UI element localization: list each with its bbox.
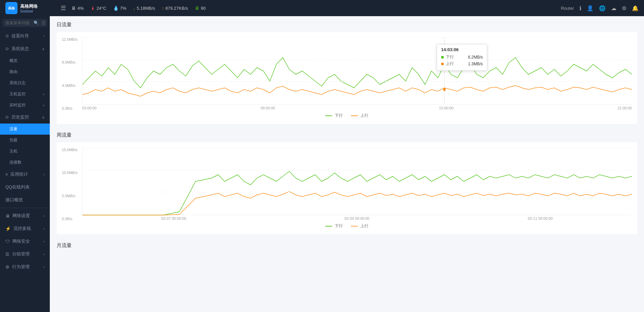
behavior-mgmt-chevron: › <box>43 265 44 269</box>
info-icon[interactable]: ℹ <box>579 5 581 11</box>
host-monitor-chevron: › <box>43 92 44 97</box>
router-label: Router <box>561 6 574 11</box>
tooltip-down-row: 下行 6.2MB/s <box>441 54 483 60</box>
humidity-icon: 💧 <box>113 5 119 11</box>
daily-chart-legend: 下行 上行 <box>62 113 632 118</box>
sidebar-item-network-security[interactable]: 🛡 网络安全 › <box>0 235 50 248</box>
sidebar-item-overview[interactable]: 概览 <box>0 55 50 66</box>
load-label: 负载 <box>9 137 17 143</box>
grid-line-mid2 <box>82 81 632 82</box>
weekly-y-label-2: 5.0MB/s <box>62 194 77 198</box>
sidebar-search-container[interactable]: 🔍 ☰ <box>3 19 47 27</box>
sidebar-item-behavior-mgmt[interactable]: ⚙ 行为管理 › <box>0 261 50 273</box>
setup-wizard-icon: ⊙ <box>5 34 9 38</box>
daily-x-label-2: 15:00:00 <box>439 106 454 110</box>
group-mgmt-icon: ☰ <box>5 252 9 257</box>
globe-icon[interactable]: 🌐 <box>599 5 606 11</box>
logo-area: 高格 高格网络 Gocloud <box>5 2 55 14</box>
sidebar-item-app-stats[interactable]: ≡ 应用统计 › <box>0 168 50 181</box>
weekly-chart-area <box>82 148 632 215</box>
sidebar-item-setup-wizard[interactable]: ⊙ 设置向导 › <box>0 30 50 42</box>
search-icon[interactable]: 🔍 <box>34 21 39 25</box>
daily-traffic-chart: 12.0MB/s 8.0MB/s 4.0MB/s 0.0B/s <box>57 32 637 124</box>
behavior-mgmt-icon: ⚙ <box>5 265 9 270</box>
header-stats: 🖥 4% 🌡 24°C 💧 7% ↓ 5.18MB/s ↑ 879.27KB/s… <box>71 5 556 11</box>
app-stats-icon: ≡ <box>5 172 8 177</box>
daily-y-label-1: 8.0MB/s <box>62 60 77 64</box>
history-monitor-label: 历史监控 <box>11 114 29 120</box>
menu-expand-icon[interactable]: ☰ <box>41 20 46 26</box>
daily-traffic-section: 日流量 12.0MB/s 8.0MB/s 4.0MB/s 0.0B/s <box>57 22 637 124</box>
sidebar-divider-1 <box>0 208 50 208</box>
cloud-icon[interactable]: ☁ <box>611 5 616 11</box>
main-layout: 🔍 ☰ ⊙ 设置向导 › ⊙ 系统状态 ∧ 概览 路由 系统日志 主机监控 › … <box>0 16 644 312</box>
connections-icon: 🖥 <box>195 5 200 11</box>
router-label-nav: 路由 <box>9 69 17 75</box>
legend-up-line <box>351 115 358 116</box>
tooltip-up-label: 上行 <box>446 61 466 67</box>
logo-text-area: 高格网络 Gocloud <box>20 3 38 13</box>
daily-x-label-0: 03:00:00 <box>82 106 97 110</box>
bell-icon[interactable]: 🔔 <box>632 5 639 11</box>
sidebar-item-connections[interactable]: 连接数 <box>0 157 50 168</box>
cpu-stat: 🖥 4% <box>71 5 84 11</box>
weekly-legend-up-line <box>351 226 358 227</box>
daily-x-label-1: 09:00:00 <box>260 106 275 110</box>
weekly-x-label-2: 02-11 00:00:00 <box>528 216 553 220</box>
sidebar-item-interface-overview[interactable]: 接口概览 <box>0 194 50 206</box>
network-security-icon: 🛡 <box>5 239 10 244</box>
group-mgmt-label: 分组管理 <box>12 251 30 257</box>
host-monitor-label: 主机监控 <box>9 91 26 97</box>
traffic-control-icon: ⚡ <box>5 226 11 231</box>
sidebar-item-network-settings[interactable]: 🖥 网络设置 › <box>0 209 50 222</box>
legend-down-line <box>325 115 332 116</box>
sidebar-item-traffic-control[interactable]: ⚡ 流控多线 › <box>0 222 50 235</box>
weekly-legend-up: 上行 <box>351 223 368 229</box>
network-security-chevron: › <box>43 240 44 243</box>
weekly-y-label-3: 0.0B/s <box>62 217 77 221</box>
traffic-control-chevron: › <box>43 227 44 231</box>
weekly-y-label-1: 10.0MB/s <box>62 171 77 175</box>
settings-icon[interactable]: ⚙ <box>622 5 627 11</box>
user-icon[interactable]: 👤 <box>587 5 594 11</box>
app-stats-label: 应用统计 <box>10 171 28 177</box>
sidebar-item-group-mgmt[interactable]: ☰ 分组管理 › <box>0 248 50 261</box>
connections-stat: 🖥 90 <box>195 5 206 11</box>
group-mgmt-chevron: › <box>43 252 44 256</box>
cpu-value: 4% <box>77 6 84 11</box>
upload-stat: ↑ 879.27KB/s <box>162 6 188 11</box>
sidebar-item-host[interactable]: 主机 <box>0 146 50 157</box>
connections-label: 连接数 <box>9 160 22 165</box>
sidebar-item-system-status[interactable]: ⊙ 系统状态 ∧ <box>0 42 50 55</box>
daily-traffic-title: 日流量 <box>57 22 637 28</box>
realtime-monitor-label: 实时监控 <box>9 102 26 108</box>
temp-icon: 🌡 <box>91 5 95 11</box>
sidebar-item-load[interactable]: 负载 <box>0 135 50 146</box>
daily-chart-tooltip: 14:03:06 下行 6.2MB/s 上行 1.3MB/s <box>437 44 487 71</box>
connections-value: 90 <box>201 6 206 11</box>
weekly-grid-mid1 <box>82 170 632 170</box>
sidebar-item-syslog[interactable]: 系统日志 <box>0 77 50 89</box>
app-stats-chevron: › <box>43 173 44 176</box>
search-input[interactable] <box>5 21 32 25</box>
logo-sub: Gocloud <box>20 9 38 13</box>
network-settings-chevron: › <box>43 214 44 218</box>
sidebar-item-qq-online[interactable]: QQ在线列表 <box>0 181 50 194</box>
menu-toggle-icon[interactable]: ☰ <box>61 4 66 12</box>
temp-value: 24°C <box>97 6 106 11</box>
weekly-legend-down-label: 下行 <box>335 223 343 229</box>
sidebar-item-realtime-monitor[interactable]: 实时监控 › <box>0 100 50 111</box>
sidebar-item-router[interactable]: 路由 <box>0 66 50 77</box>
daily-y-label-2: 4.0MB/s <box>62 83 77 88</box>
sidebar-item-traffic[interactable]: 流量 <box>0 124 50 135</box>
weekly-y-labels: 15.0MB/s 10.0MB/s 5.0MB/s 0.0B/s <box>62 148 77 221</box>
sidebar-item-history-monitor[interactable]: ⊙ 历史监控 ∧ <box>0 111 50 124</box>
legend-up: 上行 <box>351 113 368 118</box>
download-arrow-icon: ↓ <box>133 6 136 11</box>
svg-text:高格: 高格 <box>8 6 15 10</box>
sidebar-item-host-monitor[interactable]: 主机监控 › <box>0 89 50 100</box>
download-stat: ↓ 5.18MB/s <box>133 6 155 11</box>
weekly-legend-down: 下行 <box>325 223 343 229</box>
daily-y-label-3: 0.0B/s <box>62 106 77 110</box>
traffic-label: 流量 <box>9 126 17 132</box>
